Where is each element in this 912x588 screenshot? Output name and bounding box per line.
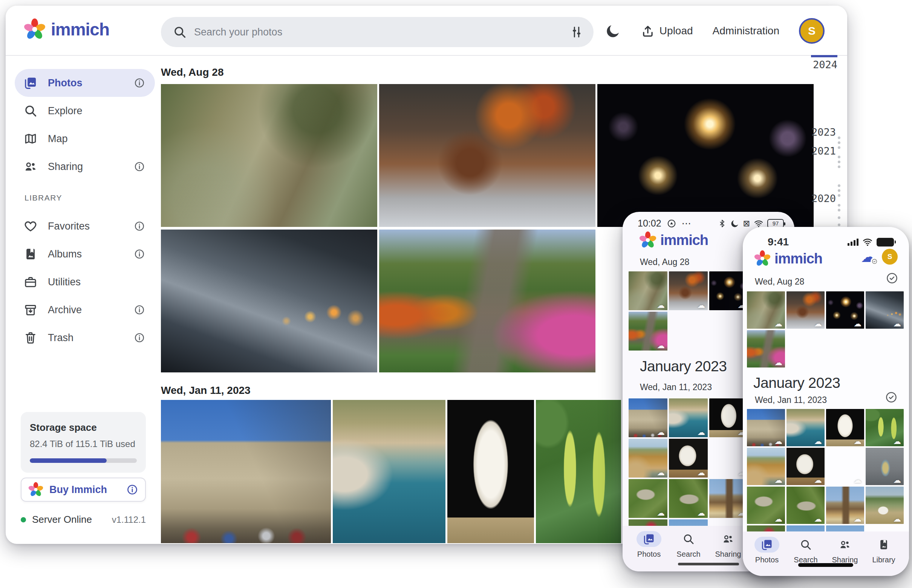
select-group-button[interactable] — [885, 391, 897, 403]
archive-info-button[interactable] — [125, 304, 145, 315]
photos-info-button[interactable] — [125, 77, 145, 89]
photo-thumb[interactable]: ☁ — [629, 398, 667, 437]
buy-immich-button[interactable]: Buy Immich — [21, 478, 146, 502]
photo-thumb[interactable]: ☁ — [747, 448, 785, 485]
albums-info-button[interactable] — [125, 249, 145, 260]
phone2-immich-logo: immich — [754, 250, 822, 267]
check-circle-icon — [886, 272, 898, 284]
storage-panel: Storage space 82.4 TiB of 115.1 TiB used — [21, 412, 146, 473]
nav-item-search[interactable]: Search — [669, 531, 708, 559]
timeline-scrubber-current[interactable]: 2024 — [811, 55, 838, 71]
photo-thumb[interactable]: ☁ — [786, 448, 825, 485]
cloud-backup-icon: ☁ — [893, 437, 901, 445]
photo-thumb[interactable]: ☁ — [629, 439, 667, 478]
buy-info-button[interactable] — [126, 484, 138, 496]
sharing-info-button[interactable] — [125, 161, 145, 172]
photo-thumb[interactable]: ☁ — [866, 409, 904, 446]
sidebar-item-sharing[interactable]: Sharing — [15, 153, 155, 181]
timeline-year[interactable]: 2020 — [811, 192, 836, 204]
photo-holding-hands[interactable] — [161, 229, 377, 372]
photo-thumb[interactable]: ☁ — [709, 479, 748, 518]
nav-item-photos[interactable]: Photos — [747, 537, 786, 564]
administration-link[interactable]: Administration — [713, 25, 780, 37]
sidebar: Photos Explore Map Sharing LIBRARY Favor… — [15, 69, 155, 352]
photo-garden-path[interactable] — [379, 229, 596, 372]
more-icon: ⋯ — [682, 218, 691, 229]
photo-thumb[interactable]: ☁ — [669, 479, 708, 518]
select-group-button[interactable] — [886, 272, 898, 284]
dark-mode-toggle[interactable] — [605, 23, 621, 39]
check-circle-icon — [885, 391, 897, 403]
upload-button[interactable]: Upload — [641, 24, 693, 38]
avatar[interactable]: S — [799, 18, 825, 44]
photo-thumb[interactable]: ☁ — [866, 486, 904, 524]
bluetooth-icon — [718, 219, 726, 228]
photo-sculpture-bust[interactable] — [447, 400, 534, 543]
nav-item-sharing[interactable]: Sharing — [825, 537, 865, 564]
search-filter-button[interactable] — [557, 25, 584, 39]
photo-thumb[interactable]: ☁ — [669, 271, 708, 310]
timeline-tick — [838, 156, 840, 158]
trash-info-button[interactable] — [125, 332, 145, 343]
avatar[interactable]: S — [882, 249, 897, 265]
sidebar-item-label: Utilities — [48, 276, 81, 288]
photo-thumb[interactable]: ☁ — [629, 479, 667, 518]
photo-thumb[interactable]: ☁ — [709, 439, 748, 478]
photo-thumb[interactable]: ☁ — [629, 271, 667, 310]
photo-thumb[interactable]: ☁ — [866, 448, 904, 485]
photo-sea-grape-plant[interactable] — [536, 400, 621, 543]
immich-logo[interactable]: immich — [24, 18, 109, 40]
photo-thumb[interactable]: ☁ — [786, 409, 825, 446]
photo-fortress-wall[interactable] — [161, 400, 331, 543]
photo-fireworks[interactable] — [597, 84, 814, 227]
photo-coastal-town[interactable] — [333, 400, 446, 543]
sidebar-item-explore[interactable]: Explore — [15, 97, 155, 125]
timeline-year[interactable]: 2021 — [811, 145, 836, 157]
photo-thumb[interactable]: ☁ — [826, 448, 864, 485]
date-group-header: Wed, Jan 11, 2023 — [755, 395, 827, 405]
photo-thumb[interactable]: ☁ — [747, 486, 785, 524]
sidebar-item-map[interactable]: Map — [15, 125, 155, 153]
photo-thumb[interactable]: ☁ — [826, 409, 864, 446]
info-icon — [126, 484, 138, 496]
photo-dinner-table[interactable] — [379, 84, 596, 227]
sidebar-item-archive[interactable]: Archive — [15, 296, 155, 324]
photo-thumb[interactable]: ☁ — [709, 271, 748, 310]
cloud-backup-icon: ☁ — [854, 437, 862, 445]
photo-monkeys-zoo[interactable] — [161, 84, 377, 227]
sidebar-item-trash[interactable]: Trash — [15, 324, 155, 352]
photo-thumb[interactable]: ☁ — [826, 486, 864, 524]
photo-thumb[interactable]: ☁ — [786, 291, 825, 329]
photo-thumb[interactable]: ☁ — [669, 439, 708, 478]
logo-text: immich — [775, 250, 822, 267]
cloud-backup-icon: ☁ — [697, 468, 705, 477]
photo-thumb[interactable]: ☁ — [709, 398, 748, 437]
nav-item-photos[interactable]: Photos — [630, 531, 668, 559]
sidebar-item-favorites[interactable]: Favorites — [15, 212, 155, 240]
header-actions: Upload Administration S — [605, 6, 825, 56]
logo-text: immich — [660, 232, 708, 249]
info-icon — [134, 249, 145, 260]
nav-item-library[interactable]: Library — [864, 537, 903, 564]
nav-item-search[interactable]: Search — [786, 537, 825, 564]
timeline-tick — [838, 141, 840, 144]
sidebar-item-utilities[interactable]: Utilities — [15, 268, 155, 296]
photo-thumb[interactable]: ☁ — [786, 486, 825, 524]
date-group-header: Wed, Aug 28 — [755, 277, 804, 287]
search-input[interactable] — [187, 26, 557, 38]
nav-item-sharing[interactable]: Sharing — [709, 531, 748, 559]
map-icon — [24, 132, 37, 145]
photo-thumb[interactable]: ☁ — [826, 291, 864, 329]
photo-thumb[interactable]: ☁ — [629, 312, 667, 351]
photo-thumb[interactable]: ☁ — [669, 398, 708, 437]
sidebar-item-albums[interactable]: Albums — [15, 240, 155, 268]
cloud-sync-button[interactable]: ☁ — [861, 249, 876, 264]
timeline-year[interactable]: 2023 — [811, 126, 836, 138]
photo-thumb[interactable]: ☁ — [747, 330, 785, 367]
photo-thumb[interactable]: ☁ — [747, 291, 785, 329]
favorites-info-button[interactable] — [125, 221, 145, 232]
trash-icon — [24, 331, 37, 344]
photo-thumb[interactable]: ☁ — [747, 409, 785, 446]
sidebar-item-photos[interactable]: Photos — [15, 69, 155, 97]
photo-thumb[interactable]: ☁ — [866, 291, 904, 329]
